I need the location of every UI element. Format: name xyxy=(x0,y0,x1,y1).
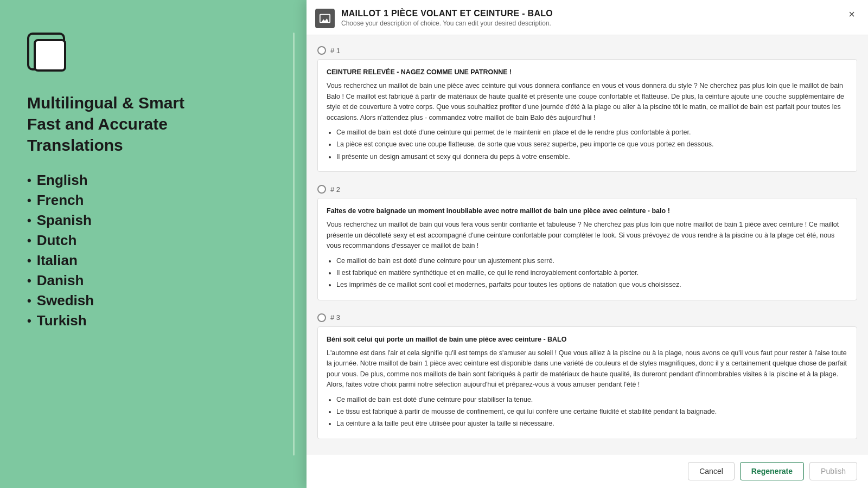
option-number-2: # 2 xyxy=(330,185,340,194)
bullet-item: Ce maillot de bain est doté d'une ceintu… xyxy=(336,256,848,266)
bullet-item: Les imprimés de ce maillot sont cool et … xyxy=(336,280,848,290)
option-body-1: Vous recherchez un maillot de bain une p… xyxy=(327,81,848,123)
modal-header-icon xyxy=(315,9,335,28)
language-item: French xyxy=(27,192,94,209)
language-item: Turkish xyxy=(27,312,94,329)
option-content-2: Faites de votre baignade un moment inoub… xyxy=(317,198,857,300)
option-title-2: Faites de votre baignade un moment inoub… xyxy=(327,206,848,216)
option-bullets-3: Ce maillot de bain est doté d'une ceintu… xyxy=(327,395,848,429)
modal-dialog: MAILLOT 1 PIÈCE VOLANT ET CEINTURE - BAL… xyxy=(307,0,868,488)
language-item: Danish xyxy=(27,272,94,289)
option-item-1: # 1CEINTURE RELEVÉE - NAGEZ COMME UNE PA… xyxy=(317,46,857,172)
regenerate-button[interactable]: Regenerate xyxy=(740,462,804,480)
option-body-3: L'automne est dans l'air et cela signifi… xyxy=(327,348,848,390)
bullet-item: La ceinture à la taille peut être utilis… xyxy=(336,419,848,429)
language-item: Spanish xyxy=(27,212,94,229)
bullet-item: Il présente un design amusant et sexy qu… xyxy=(336,152,848,162)
option-item-3: # 3Béni soit celui qui porte un maillot … xyxy=(317,313,857,439)
modal-close-button[interactable]: × xyxy=(846,9,857,20)
option-radio-row-2[interactable]: # 2 xyxy=(317,185,857,194)
language-item: Dutch xyxy=(27,232,94,249)
option-content-1: CEINTURE RELEVÉE - NAGEZ COMME UNE PATRO… xyxy=(317,59,857,172)
publish-button[interactable]: Publish xyxy=(809,462,857,480)
option-bullets-2: Ce maillot de bain est doté d'une ceintu… xyxy=(327,256,848,291)
option-number-3: # 3 xyxy=(330,313,340,322)
language-item: English xyxy=(27,172,94,189)
option-title-3: Béni soit celui qui porte un maillot de … xyxy=(327,335,848,345)
modal-title: MAILLOT 1 PIÈCE VOLANT ET CEINTURE - BAL… xyxy=(341,9,840,18)
option-radio-3[interactable] xyxy=(317,313,326,322)
option-bullets-1: Ce maillot de bain est doté d'une ceintu… xyxy=(327,127,848,162)
bullet-item: Ce maillot de bain est doté d'une ceintu… xyxy=(336,127,848,138)
option-radio-row-3[interactable]: # 3 xyxy=(317,313,857,322)
app-logo xyxy=(27,33,71,76)
bullet-item: Ce maillot de bain est doté d'une ceintu… xyxy=(336,395,848,405)
option-radio-row-1[interactable]: # 1 xyxy=(317,46,857,55)
modal-header: MAILLOT 1 PIÈCE VOLANT ET CEINTURE - BAL… xyxy=(307,0,868,35)
option-body-2: Vous recherchez un maillot de bain qui v… xyxy=(327,220,848,251)
modal-header-text: MAILLOT 1 PIÈCE VOLANT ET CEINTURE - BAL… xyxy=(341,9,840,27)
left-panel: Multilingual & Smart Fast and Accurate T… xyxy=(0,0,293,488)
option-radio-2[interactable] xyxy=(317,185,326,194)
language-item: Swedish xyxy=(27,292,94,309)
bullet-item: Le tissu est fabriqué à partir de mousse… xyxy=(336,407,848,417)
left-panel-title: Multilingual & Smart Fast and Accurate T… xyxy=(27,92,266,156)
language-item: Italian xyxy=(27,252,94,269)
modal-footer: Cancel Regenerate Publish xyxy=(307,454,868,488)
image-icon xyxy=(319,12,331,24)
option-title-1: CEINTURE RELEVÉE - NAGEZ COMME UNE PATRO… xyxy=(327,67,848,78)
panel-divider xyxy=(293,33,295,455)
option-content-3: Béni soit celui qui porte un maillot de … xyxy=(317,326,857,439)
bullet-item: Il est fabriqué en matière synthétique e… xyxy=(336,268,848,278)
modal-subtitle: Choose your description of choice. You c… xyxy=(341,20,840,27)
option-number-1: # 1 xyxy=(330,47,340,55)
option-radio-1[interactable] xyxy=(317,46,326,55)
modal-body: # 1CEINTURE RELEVÉE - NAGEZ COMME UNE PA… xyxy=(307,35,868,454)
language-list: EnglishFrenchSpanishDutchItalianDanishSw… xyxy=(27,172,94,332)
option-item-2: # 2Faites de votre baignade un moment in… xyxy=(317,185,857,300)
cancel-button[interactable]: Cancel xyxy=(688,462,735,480)
bullet-item: La pièce est conçue avec une coupe flatt… xyxy=(336,139,848,150)
